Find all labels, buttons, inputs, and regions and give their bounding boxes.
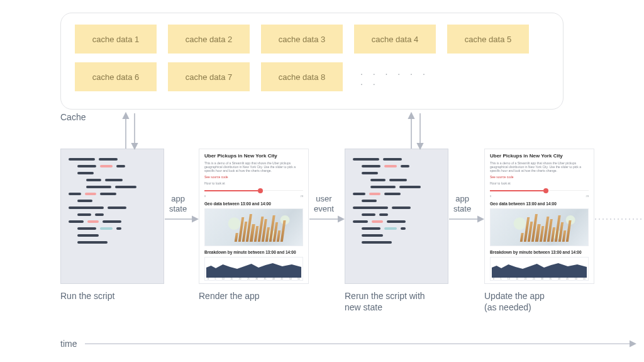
time-axis-label: time [60, 339, 77, 349]
breakdown-ticks: 0510 152025 303540 455055 [206, 278, 301, 280]
flow-row: Run the script Uber Pickups in New York … [60, 149, 639, 319]
slider-max: 23 [586, 195, 589, 198]
node-caption: Run the script [60, 290, 174, 302]
slider-max: 23 [301, 195, 303, 198]
script-card [60, 149, 164, 284]
breakdown-chart: 0510 152025 303540 455055 [204, 257, 303, 281]
cache-cell: cache data 2 [168, 25, 250, 54]
arrow-label-user-event: user event [314, 194, 334, 213]
diagram-stage: cache data 1 cache data 2 cache data 3 c… [0, 0, 644, 362]
app-subtitle: This is a demo of a Streamlit app that s… [490, 161, 589, 173]
arrow-label-app-state-1: app state [169, 194, 187, 213]
hour-slider [204, 190, 303, 191]
cache-box: cache data 1 cache data 2 cache data 3 c… [60, 13, 564, 110]
app-preview-card: Uber Pickups in New York City This is a … [199, 149, 309, 284]
app-source-link: See source code [204, 175, 303, 179]
cache-cell: cache data 8 [261, 62, 343, 91]
cache-label: Cache [60, 112, 86, 122]
cache-cell: cache data 7 [168, 62, 250, 91]
breakdown-heading: Breakdown by minute between 13:00 and 14… [490, 250, 589, 254]
app-subtitle: This is a demo of a Streamlit app that s… [204, 161, 303, 173]
slider-min: 0 [490, 195, 491, 198]
breakdown-chart: 0510 152025 303540 455055 [490, 257, 589, 281]
node-caption: Render the app [199, 290, 312, 302]
map-bars [519, 213, 572, 242]
breakdown-ticks: 0510 152025 303540 455055 [492, 278, 587, 280]
geo-heading: Geo data between 13:00 and 14:00 [490, 201, 589, 206]
cache-cell: cache data 4 [354, 25, 436, 54]
cache-cell: cache data 6 [75, 62, 157, 91]
app-preview-card: Uber Pickups in New York City This is a … [484, 149, 594, 284]
node-render-app: Uber Pickups in New York City This is a … [199, 149, 303, 284]
hour-slider [490, 190, 589, 191]
arrow-label-app-state-2: app state [453, 194, 471, 213]
cache-ellipsis: . . . . . . . . [354, 62, 436, 91]
slider-label: Hour to look at [204, 181, 303, 185]
script-card [345, 149, 448, 284]
breakdown-heading: Breakdown by minute between 13:00 and 14… [204, 250, 303, 254]
app-title: Uber Pickups in New York City [204, 153, 303, 159]
cache-cell: cache data 3 [261, 25, 343, 54]
map-3d-chart [490, 208, 589, 246]
node-update-app: Uber Pickups in New York City This is a … [484, 149, 588, 284]
map-3d-chart [204, 208, 303, 246]
geo-heading: Geo data between 13:00 and 14:00 [204, 201, 303, 206]
map-bars [234, 213, 287, 242]
app-title: Uber Pickups in New York City [490, 153, 589, 159]
node-rerun-script: Rerun the script with new state [345, 149, 448, 284]
app-source-link: See source code [490, 175, 589, 179]
cache-cell: cache data 1 [75, 25, 157, 54]
slider-label: Hour to look at [490, 181, 589, 185]
node-caption: Rerun the script with new state [345, 290, 458, 313]
node-caption: Update the app (as needed) [484, 290, 597, 313]
cache-cell: cache data 5 [447, 25, 529, 54]
slider-min: 0 [204, 195, 206, 198]
node-run-script: Run the script [60, 149, 164, 284]
